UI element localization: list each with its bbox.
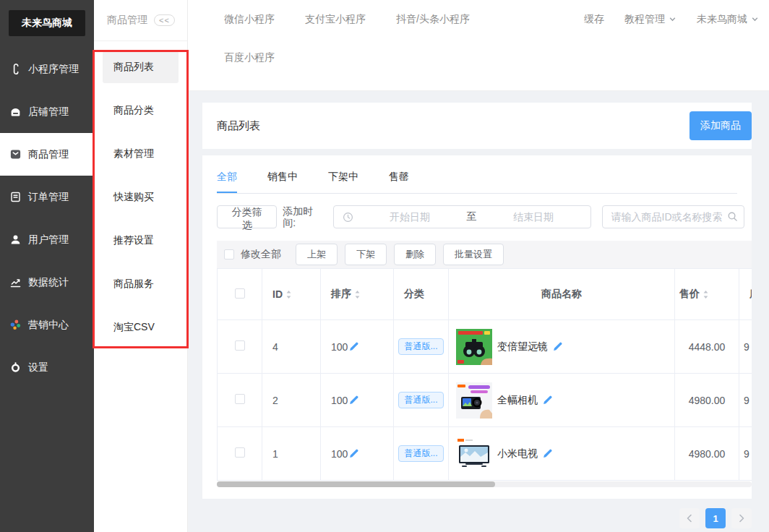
sort-icon[interactable] [354, 290, 361, 299]
submenu-item[interactable]: 快速购买 [103, 176, 179, 219]
prev-page-button[interactable] [679, 508, 700, 528]
search-box [602, 205, 744, 228]
horizontal-scrollbar[interactable] [217, 481, 752, 487]
status-tab[interactable]: 销售中 [267, 170, 298, 193]
sidebar-item-label: 数据统计 [28, 276, 69, 289]
submenu-item-label: 商品服务 [113, 278, 154, 291]
edit-icon[interactable] [543, 395, 552, 405]
edit-icon[interactable] [543, 449, 552, 458]
topbar-platform-link[interactable]: 微信小程序 [224, 0, 275, 38]
column-header[interactable]: 分类 [394, 269, 449, 320]
cell-sort: 100 [321, 320, 394, 374]
column-header[interactable]: 排序 [321, 269, 394, 320]
goods-icon [9, 148, 22, 160]
scrollbar-thumb[interactable] [217, 481, 495, 487]
bulk-action-button[interactable]: 下架 [345, 244, 387, 265]
main-area: 微信小程序 支付宝小程序 抖音/头条小程序 百度小程序 缓存 教程管理 [188, 0, 769, 532]
submenu-item-label: 商品分类 [113, 104, 154, 117]
product-table: ID 排序 [217, 268, 752, 481]
sort-icon[interactable] [703, 290, 709, 299]
category-tag[interactable]: 普通版... [398, 338, 443, 355]
cell-id: 1 [262, 427, 321, 481]
column-label: ID [272, 288, 283, 300]
search-input[interactable] [602, 205, 744, 228]
submenu-item-label: 商品列表 [113, 61, 154, 74]
cell-name: 小米电视 [449, 427, 675, 481]
sidebar-item[interactable]: 订单管理 [0, 176, 94, 218]
edit-icon[interactable] [349, 449, 358, 458]
column-header[interactable]: 售价 [675, 269, 739, 320]
bulk-action-button[interactable]: 批量设置 [443, 244, 504, 265]
topbar: 微信小程序 支付宝小程序 抖音/头条小程序 百度小程序 缓存 教程管理 [188, 0, 769, 91]
sort-icon[interactable] [285, 290, 292, 299]
camera-product-image [456, 382, 492, 419]
miniprogram-icon [9, 63, 22, 75]
filter-row: 分类筛选 添加时间: 至 [217, 205, 744, 228]
next-page-button[interactable] [731, 508, 752, 528]
edit-icon[interactable] [349, 342, 358, 351]
column-header[interactable]: 库存 [739, 269, 752, 320]
header-checkbox[interactable] [235, 288, 245, 299]
topbar-menu-label: 教程管理 [624, 13, 665, 26]
sidebar-item[interactable]: 店铺管理 [0, 90, 94, 133]
topbar-platform-link[interactable]: 支付宝小程序 [305, 0, 366, 38]
bulk-action-button[interactable]: 删除 [394, 244, 436, 265]
sidebar-item[interactable]: 小程序管理 [0, 48, 94, 90]
submenu-item[interactable]: 商品服务 [103, 262, 179, 306]
row-checkbox[interactable] [235, 340, 245, 351]
sidebar-item-label: 订单管理 [28, 191, 69, 204]
sidebar-nav: 小程序管理 店铺管理 商品管理 订单管理 用户管理 [0, 48, 94, 389]
user-icon [9, 233, 22, 246]
status-tab[interactable]: 售罄 [389, 170, 409, 193]
sidebar-item-label: 营销中心 [28, 319, 69, 332]
submenu-item[interactable]: 素材管理 [103, 132, 179, 176]
category-tag[interactable]: 普通版... [398, 445, 443, 462]
submenu-item-label: 素材管理 [113, 147, 154, 160]
sidebar-item[interactable]: 商品管理 [0, 133, 94, 176]
end-date-input[interactable] [477, 210, 590, 223]
edit-icon[interactable] [349, 395, 358, 405]
order-icon [9, 191, 22, 203]
column-label: 排序 [331, 288, 351, 301]
column-header[interactable]: ID [262, 269, 321, 320]
topbar-menu-item[interactable]: 缓存 [584, 0, 604, 38]
status-tab[interactable]: 下架中 [328, 170, 358, 193]
cell-id: 2 [262, 374, 321, 427]
cell-id: 4 [262, 320, 321, 374]
row-checkbox[interactable] [235, 394, 245, 404]
category-filter-button[interactable]: 分类筛选 [217, 205, 277, 228]
topbar-menu-item[interactable]: 教程管理 [624, 0, 676, 38]
submenu-item[interactable]: 淘宝CSV [103, 306, 179, 349]
add-product-button[interactable]: 添加商品 [689, 111, 752, 140]
submenu-item[interactable]: 商品分类 [103, 89, 179, 132]
bulk-buttons: 上架 下架 删除 批量设置 [296, 244, 504, 265]
topbar-platform-link[interactable]: 百度小程序 [224, 38, 275, 77]
topbar-platform-link[interactable]: 抖音/头条小程序 [396, 0, 470, 38]
sidebar-item[interactable]: 设置 [0, 346, 94, 389]
bulk-action-button[interactable]: 上架 [296, 244, 338, 265]
topbar-menu-item[interactable]: 未来鸟商城 [697, 0, 759, 38]
table-row: 2 100 普通版... [218, 374, 752, 427]
row-checkbox[interactable] [235, 447, 245, 458]
sidebar-item[interactable]: 数据统计 [0, 261, 94, 304]
category-tag[interactable]: 普通版... [398, 392, 443, 408]
submenu-item[interactable]: 推荐设置 [103, 219, 179, 262]
edit-icon[interactable] [553, 342, 562, 351]
left-sidebar: 未来鸟商城 小程序管理 店铺管理 商品管理 订单管理 [0, 0, 94, 532]
sidebar-item[interactable]: 营销中心 [0, 304, 94, 346]
submenu-item[interactable]: 商品列表 [103, 46, 179, 89]
status-tab[interactable]: 全部 [217, 170, 237, 193]
sidebar-item-label: 小程序管理 [28, 63, 79, 76]
current-page-button[interactable]: 1 [705, 508, 726, 528]
submenu-title: 商品管理 [107, 14, 147, 27]
search-icon[interactable] [727, 211, 738, 222]
select-all-checkbox[interactable] [224, 249, 234, 259]
settings-icon [9, 361, 22, 374]
column-label: 商品名称 [541, 288, 582, 301]
start-date-input[interactable] [353, 210, 467, 223]
column-header[interactable]: 商品名称 [449, 269, 675, 320]
collapse-button[interactable]: << [154, 14, 175, 26]
date-range-picker[interactable]: 至 [333, 205, 591, 228]
sidebar-item[interactable]: 用户管理 [0, 218, 94, 261]
submenu-item-label: 淘宝CSV [113, 321, 155, 334]
